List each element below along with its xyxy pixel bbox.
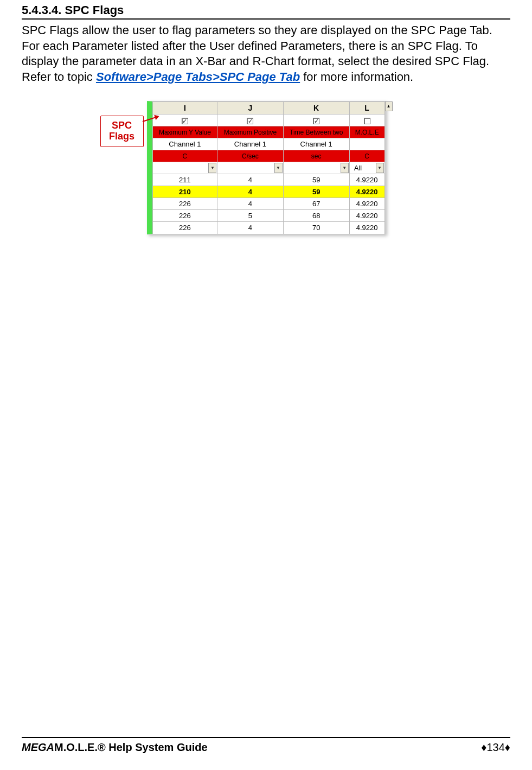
- cell-j: 4: [217, 174, 283, 186]
- column-header-j[interactable]: J: [217, 102, 283, 114]
- chevron-down-icon: ▼: [341, 163, 349, 173]
- data-row-highlighted[interactable]: 210 4 59 4.9220: [152, 186, 384, 198]
- cell-j: 4: [217, 222, 283, 234]
- cell-j: 5: [217, 210, 283, 222]
- chevron-down-icon: ▼: [376, 163, 384, 173]
- callout-line2: Flags: [109, 131, 134, 142]
- column-header-row: I J K L: [152, 102, 384, 114]
- spc-flags-callout: SPC Flags: [100, 116, 144, 147]
- data-row[interactable]: 226 4 70 4.9220: [152, 222, 384, 234]
- column-header-l[interactable]: L: [349, 102, 384, 114]
- scroll-up-button[interactable]: ▲: [385, 101, 393, 111]
- param-l: M.O.L.E: [349, 126, 384, 138]
- footer-guide: M.O.L.E.® Help System Guide: [54, 741, 208, 753]
- cell-k: 70: [283, 222, 349, 234]
- cell-k: 59: [283, 186, 349, 198]
- cell-k: 68: [283, 210, 349, 222]
- data-row[interactable]: 211 4 59 4.9220: [152, 174, 384, 186]
- channel-row: Channel 1 Channel 1 Channel 1: [152, 138, 384, 150]
- data-row[interactable]: 226 4 67 4.9220: [152, 198, 384, 210]
- filter-dropdown-k[interactable]: ▼: [283, 162, 349, 174]
- spc-page-tab-link[interactable]: Software>Page Tabs>SPC Page Tab: [96, 70, 300, 84]
- spreadsheet-grid: I J K L ✓ ✓ ✓ Maximum Y Value Maximum Po…: [152, 101, 385, 234]
- footer-left: MEGAM.O.L.E.® Help System Guide: [22, 741, 208, 754]
- filter-dropdown-j[interactable]: ▼: [217, 162, 283, 174]
- section-heading-text: 5.4.3.4. SPC Flags: [22, 3, 124, 17]
- cell-l: 4.9220: [349, 174, 384, 186]
- spreadsheet-figure: SPC Flags ▲ I J K L ✓ ✓ ✓ Maximum Y Valu…: [147, 101, 386, 234]
- body-paragraph: SPC Flags allow the user to flag paramet…: [22, 23, 510, 85]
- cell-l: 4.9220: [349, 210, 384, 222]
- channel-l: [349, 138, 384, 150]
- column-header-k[interactable]: K: [283, 102, 349, 114]
- section-heading: 5.4.3.4. SPC Flags: [22, 3, 510, 20]
- channel-j: Channel 1: [217, 138, 283, 150]
- spc-flag-checkbox-row: ✓ ✓ ✓: [152, 114, 384, 126]
- filter-dropdown-l[interactable]: All▼: [349, 162, 384, 174]
- units-row: C C/sec sec C: [152, 150, 384, 162]
- data-row[interactable]: 226 5 68 4.9220: [152, 210, 384, 222]
- callout-line1: SPC: [112, 120, 132, 131]
- footer-mega: MEGA: [22, 741, 54, 753]
- cell-j: 4: [217, 186, 283, 198]
- units-j: C/sec: [217, 150, 283, 162]
- cell-l: 4.9220: [349, 186, 384, 198]
- chevron-down-icon: ▼: [274, 163, 283, 173]
- cell-l: 4.9220: [349, 222, 384, 234]
- param-j: Maximum Positive: [217, 126, 283, 138]
- param-k: Time Between two: [283, 126, 349, 138]
- cell-j: 4: [217, 198, 283, 210]
- cell-i: 211: [152, 174, 217, 186]
- figure-container: SPC Flags ▲ I J K L ✓ ✓ ✓ Maximum Y Valu…: [22, 101, 510, 237]
- units-k: sec: [283, 150, 349, 162]
- spc-flag-checkbox-l[interactable]: [364, 118, 370, 124]
- cell-k: 67: [283, 198, 349, 210]
- cell-i: 226: [152, 198, 217, 210]
- para-part-b: for more information.: [303, 70, 413, 84]
- cell-i: 210: [152, 186, 217, 198]
- cell-i: 226: [152, 222, 217, 234]
- channel-i: Channel 1: [152, 138, 217, 150]
- filter-value-l: All: [354, 164, 362, 172]
- spc-flag-checkbox-j[interactable]: ✓: [247, 118, 253, 124]
- filter-dropdown-i[interactable]: ▼: [152, 162, 217, 174]
- cell-i: 226: [152, 210, 217, 222]
- param-i: Maximum Y Value: [152, 126, 217, 138]
- units-i: C: [152, 150, 217, 162]
- column-header-i[interactable]: I: [152, 102, 217, 114]
- cell-k: 59: [283, 174, 349, 186]
- cell-l: 4.9220: [349, 198, 384, 210]
- chevron-down-icon: ▼: [208, 163, 216, 173]
- filter-row: ▼ ▼ ▼ All▼: [152, 162, 384, 174]
- units-l: C: [349, 150, 384, 162]
- channel-k: Channel 1: [283, 138, 349, 150]
- page-footer: MEGAM.O.L.E.® Help System Guide ♦134♦: [22, 737, 510, 754]
- spc-flag-checkbox-i[interactable]: ✓: [182, 118, 188, 124]
- spc-flag-checkbox-k[interactable]: ✓: [313, 118, 319, 124]
- parameter-name-row: Maximum Y Value Maximum Positive Time Be…: [152, 126, 384, 138]
- footer-page-number: ♦134♦: [481, 741, 510, 754]
